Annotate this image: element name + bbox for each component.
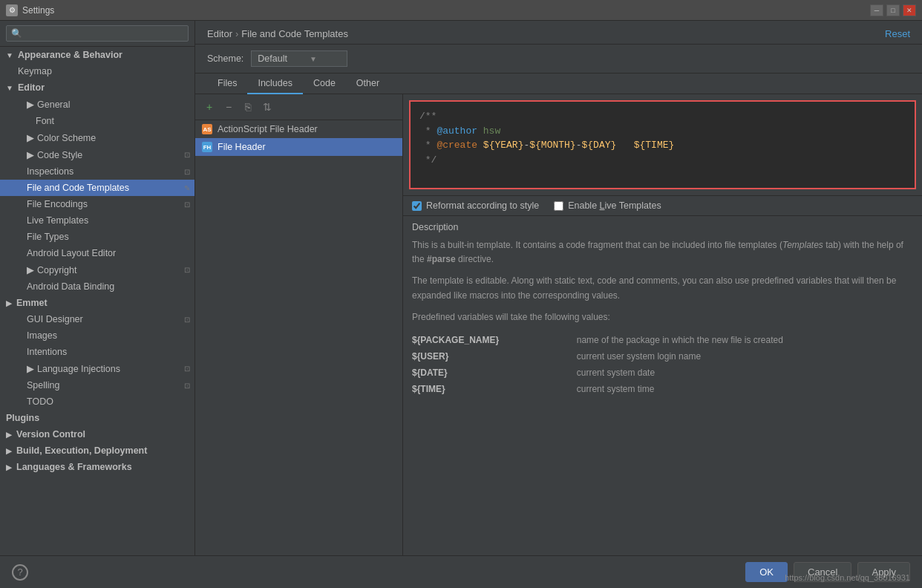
ok-button[interactable]: OK bbox=[745, 562, 788, 582]
expand-icon: ▶ bbox=[27, 363, 34, 374]
sidebar-item-keymap[interactable]: Keymap bbox=[0, 63, 194, 79]
minimize-button[interactable]: ─ bbox=[870, 4, 883, 16]
sidebar-item-intentions[interactable]: Intentions bbox=[0, 344, 194, 360]
sidebar-item-editor[interactable]: ▼ Editor bbox=[0, 79, 194, 96]
badge-icon: ⊡ bbox=[184, 266, 190, 274]
tabs-row: Files Includes Code Other bbox=[195, 74, 922, 94]
badge-icon: ⊡ bbox=[184, 151, 190, 159]
sidebar-item-general[interactable]: ▶ General bbox=[0, 96, 194, 113]
expand-arrow-icon: ▶ bbox=[6, 463, 12, 471]
badge-icon: ⊡ bbox=[184, 382, 190, 390]
sidebar-item-gui-designer[interactable]: GUI Designer ⊡ bbox=[0, 311, 194, 327]
sidebar-item-inspections[interactable]: Inspections ⊡ bbox=[0, 163, 194, 180]
var-name: ${TIME} bbox=[412, 381, 577, 397]
sidebar-item-android-data-binding[interactable]: Android Data Binding bbox=[0, 278, 194, 295]
file-list: AS ActionScript File Header FH File Head… bbox=[195, 120, 402, 555]
live-templates-checkbox[interactable] bbox=[554, 201, 563, 211]
tab-includes[interactable]: Includes bbox=[247, 74, 303, 94]
reformat-option[interactable]: Reformat according to style bbox=[412, 200, 539, 211]
list-item[interactable]: FH File Header bbox=[195, 138, 402, 156]
expand-icon: ▶ bbox=[27, 264, 34, 275]
sidebar-item-file-encodings[interactable]: File Encodings ⊡ bbox=[0, 196, 194, 212]
scheme-label: Scheme: bbox=[207, 53, 243, 64]
sidebar: ▼ Appearance & Behavior Keymap ▼ Editor … bbox=[0, 21, 195, 555]
split-panel: + − ⎘ ⇅ AS bbox=[195, 94, 922, 555]
sidebar-item-version-control[interactable]: ▶ Version Control bbox=[0, 426, 194, 442]
sidebar-item-android-layout-editor[interactable]: Android Layout Editor bbox=[0, 245, 194, 261]
main-layout: ▼ Appearance & Behavior Keymap ▼ Editor … bbox=[0, 21, 922, 555]
sidebar-item-appearance[interactable]: ▼ Appearance & Behavior bbox=[0, 47, 194, 63]
remove-button[interactable]: − bbox=[220, 99, 237, 115]
var-desc: name of the package in which the new fil… bbox=[577, 332, 913, 348]
sidebar-item-copyright[interactable]: ▶ Copyright ⊡ bbox=[0, 261, 194, 278]
sidebar-item-code-style[interactable]: ▶ Code Style ⊡ bbox=[0, 146, 194, 163]
tab-code[interactable]: Code bbox=[303, 74, 346, 94]
options-row: Reformat according to style Enable Live … bbox=[403, 195, 922, 215]
description-body1: This is a built-in template. It contains… bbox=[412, 238, 913, 267]
scheme-row: Scheme: Default ▼ bbox=[195, 45, 922, 74]
badge-icon: ⊡ bbox=[184, 365, 190, 373]
watermark: https://blog.csdn.net/qq_38016931 bbox=[785, 573, 910, 582]
sidebar-item-language-injections[interactable]: ▶ Language Injections ⊡ bbox=[0, 360, 194, 377]
expand-arrow-icon: ▶ bbox=[6, 431, 12, 439]
tab-other[interactable]: Other bbox=[346, 74, 390, 94]
var-name: ${DATE} bbox=[412, 365, 577, 381]
badge-icon: ⊡ bbox=[184, 168, 190, 176]
tab-files[interactable]: Files bbox=[207, 74, 247, 94]
sidebar-item-color-scheme[interactable]: ▶ Color Scheme bbox=[0, 129, 194, 146]
reformat-checkbox[interactable] bbox=[412, 201, 422, 211]
window-controls[interactable]: ─ □ ✕ bbox=[870, 4, 916, 16]
edit-badge-icon: ✎ bbox=[184, 184, 190, 192]
code-editor[interactable]: /** * @author hsw * @create ${YEAR}-${MO… bbox=[409, 100, 916, 189]
breadcrumb: Editor › File and Code Templates bbox=[207, 28, 348, 39]
sidebar-item-spelling[interactable]: Spelling ⊡ bbox=[0, 377, 194, 393]
sidebar-search-container bbox=[0, 21, 194, 47]
description-title: Description bbox=[412, 222, 913, 232]
sidebar-item-file-types[interactable]: File Types bbox=[0, 229, 194, 245]
expand-arrow-icon: ▶ bbox=[6, 447, 12, 455]
sidebar-item-live-templates[interactable]: Live Templates bbox=[0, 212, 194, 229]
sidebar-item-emmet[interactable]: ▶ Emmet bbox=[0, 295, 194, 311]
move-button[interactable]: ⇅ bbox=[259, 99, 275, 115]
expand-icon: ▶ bbox=[27, 149, 34, 160]
badge-icon: ⊡ bbox=[184, 316, 190, 324]
expand-arrow-icon: ▼ bbox=[6, 84, 13, 92]
description-body2: The template is editable. Along with sta… bbox=[412, 274, 913, 302]
code-line-1: /** bbox=[419, 109, 906, 124]
scheme-dropdown[interactable]: Default ▼ bbox=[251, 50, 347, 67]
maximize-button[interactable]: □ bbox=[886, 4, 900, 16]
expand-icon: ▶ bbox=[27, 132, 34, 143]
var-desc: current system time bbox=[577, 381, 913, 397]
content-header: Editor › File and Code Templates Reset bbox=[195, 21, 922, 45]
file-list-toolbar: + − ⎘ ⇅ bbox=[195, 94, 402, 120]
live-templates-option[interactable]: Enable Live Templates bbox=[554, 200, 661, 211]
search-input[interactable] bbox=[6, 25, 189, 42]
list-item[interactable]: AS ActionScript File Header bbox=[195, 120, 402, 138]
sidebar-item-build[interactable]: ▶ Build, Execution, Deployment bbox=[0, 442, 194, 459]
bottom-bar: ? OK Cancel Apply bbox=[0, 555, 922, 588]
var-desc: current user system login name bbox=[577, 348, 913, 365]
chevron-down-icon: ▼ bbox=[310, 55, 317, 63]
sidebar-item-font[interactable]: Font bbox=[0, 113, 194, 129]
table-row: ${DATE} current system date bbox=[412, 365, 913, 381]
add-button[interactable]: + bbox=[201, 99, 218, 115]
reset-button[interactable]: Reset bbox=[885, 28, 910, 39]
table-row: ${TIME} current system time bbox=[412, 381, 913, 397]
expand-arrow-icon: ▼ bbox=[6, 51, 13, 59]
table-row: ${USER} current user system login name bbox=[412, 348, 913, 365]
sidebar-item-languages[interactable]: ▶ Languages & Frameworks bbox=[0, 459, 194, 475]
var-name: ${USER} bbox=[412, 348, 577, 365]
badge-icon: ⊡ bbox=[184, 200, 190, 209]
app-icon: ⚙ bbox=[6, 4, 18, 16]
close-button[interactable]: ✕ bbox=[903, 4, 916, 16]
sidebar-item-images[interactable]: Images bbox=[0, 327, 194, 344]
sidebar-item-todo[interactable]: TODO bbox=[0, 393, 194, 410]
description-body3: Predefined variables will take the follo… bbox=[412, 310, 913, 324]
description-panel: Description This is a built-in template.… bbox=[403, 215, 922, 555]
sidebar-item-file-code-templates[interactable]: File and Code Templates ✎ bbox=[0, 180, 194, 196]
help-button[interactable]: ? bbox=[12, 564, 28, 581]
copy-button[interactable]: ⎘ bbox=[240, 99, 256, 115]
table-row: ${PACKAGE_NAME} name of the package in w… bbox=[412, 332, 913, 348]
sidebar-item-plugins[interactable]: Plugins bbox=[0, 410, 194, 426]
expand-arrow-icon: ▶ bbox=[6, 299, 12, 307]
